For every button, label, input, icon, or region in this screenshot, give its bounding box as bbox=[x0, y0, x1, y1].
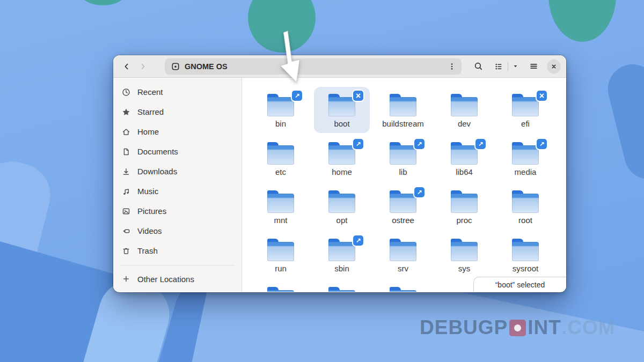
sidebar-item-trash[interactable]: Trash bbox=[116, 241, 238, 261]
folder-name: ostree bbox=[392, 216, 414, 225]
folder-tile-ostree[interactable]: ↗ostree bbox=[375, 183, 431, 230]
folder-tile-efi[interactable]: ×efi bbox=[497, 87, 553, 133]
main-menu-button[interactable] bbox=[525, 58, 541, 75]
home-icon bbox=[122, 128, 130, 136]
folder-tile-cutoff[interactable] bbox=[253, 280, 309, 292]
folder-tile-cutoff[interactable] bbox=[314, 280, 370, 292]
sidebar-item-label: Starred bbox=[137, 107, 164, 116]
list-view-button[interactable] bbox=[491, 58, 507, 75]
folder-tile-mnt[interactable]: mnt bbox=[253, 183, 309, 230]
folder-tile-sysroot[interactable]: sysroot bbox=[497, 232, 553, 278]
folder-tile-opt[interactable]: opt bbox=[314, 183, 370, 230]
folder-tile-lib[interactable]: ↗lib bbox=[375, 135, 431, 181]
close-button[interactable] bbox=[547, 60, 561, 73]
folder-name: media bbox=[515, 167, 537, 176]
annotation-arrow-icon bbox=[274, 29, 305, 86]
header-bar: GNOME OS bbox=[113, 55, 566, 78]
folder-icon bbox=[328, 190, 355, 213]
folder-name: lib64 bbox=[456, 167, 473, 176]
sidebar-item-other-locations[interactable]: Other Locations bbox=[116, 270, 238, 289]
folder-name: sbin bbox=[334, 264, 349, 273]
clock-icon bbox=[122, 88, 130, 97]
folder-name: run bbox=[275, 264, 287, 273]
folder-tile-srv[interactable]: srv bbox=[375, 232, 431, 278]
folder-name: bin bbox=[275, 119, 286, 128]
sidebar-item-videos[interactable]: Videos bbox=[116, 221, 238, 241]
plus-icon bbox=[122, 275, 130, 283]
sidebar-item-label: Videos bbox=[137, 226, 162, 235]
folder-name: buildstream bbox=[382, 119, 424, 128]
folder-tile-bin[interactable]: ↗bin bbox=[253, 87, 309, 133]
folder-icon: × bbox=[512, 94, 539, 116]
folder-tile-media[interactable]: ↗media bbox=[497, 135, 553, 181]
search-button[interactable] bbox=[470, 58, 486, 75]
folder-tile-sys[interactable]: sys bbox=[436, 232, 492, 278]
symlink-emblem-icon: ↗ bbox=[475, 139, 486, 149]
folder-icon bbox=[390, 287, 416, 292]
sidebar-item-label: Music bbox=[137, 187, 158, 196]
folder-icon bbox=[390, 94, 416, 116]
location-label: GNOME OS bbox=[185, 62, 447, 71]
kebab-menu-icon bbox=[448, 62, 456, 71]
star-icon bbox=[122, 108, 130, 116]
folder-tile-dev[interactable]: dev bbox=[436, 87, 492, 133]
folder-name: dev bbox=[458, 119, 471, 128]
folder-icon bbox=[451, 190, 478, 213]
sidebar-item-documents[interactable]: Documents bbox=[116, 142, 238, 161]
folder-tile-proc[interactable]: proc bbox=[436, 183, 492, 230]
search-icon bbox=[474, 62, 483, 71]
watermark-text: .COM bbox=[561, 316, 616, 339]
folder-tile-buildstream[interactable]: buildstream bbox=[375, 87, 431, 133]
folder-tile-sbin[interactable]: ↗sbin bbox=[314, 232, 370, 278]
folder-tile-root[interactable]: root bbox=[497, 183, 553, 230]
drive-icon bbox=[171, 62, 180, 71]
back-button[interactable] bbox=[119, 58, 135, 75]
sidebar-item-pictures[interactable]: Pictures bbox=[116, 201, 238, 221]
sidebar-item-home[interactable]: Home bbox=[116, 122, 238, 142]
folder-icon bbox=[512, 239, 539, 261]
folder-name: etc bbox=[275, 167, 286, 176]
download-icon bbox=[122, 167, 130, 176]
close-icon bbox=[550, 63, 558, 70]
folder-icon: ↗ bbox=[328, 239, 355, 261]
watermark: DEBUGP INT .COM bbox=[420, 316, 616, 339]
folder-tile-lib64[interactable]: ↗lib64 bbox=[436, 135, 492, 181]
folder-name: srv bbox=[398, 264, 408, 273]
folder-icon bbox=[267, 287, 294, 292]
sidebar-item-label: Other Locations bbox=[137, 275, 194, 284]
folder-tile-cutoff[interactable] bbox=[375, 280, 431, 292]
sidebar-item-music[interactable]: Music bbox=[116, 181, 238, 201]
folder-name: opt bbox=[336, 216, 348, 225]
folder-name: proc bbox=[456, 216, 472, 225]
folder-icon bbox=[451, 94, 478, 116]
forward-button[interactable] bbox=[135, 58, 151, 75]
wallpaper-teal-blob bbox=[79, 0, 127, 5]
sidebar: RecentStarredHomeDocumentsDownloadsMusic… bbox=[113, 78, 242, 292]
path-bar[interactable]: GNOME OS bbox=[165, 58, 462, 75]
folder-tile-run[interactable]: run bbox=[253, 232, 309, 278]
folder-icon bbox=[451, 239, 478, 261]
folder-icon: × bbox=[328, 94, 355, 116]
folder-icon: ↗ bbox=[512, 142, 539, 165]
symlink-emblem-icon: ↗ bbox=[353, 235, 363, 246]
folder-tile-home[interactable]: ↗home bbox=[314, 135, 370, 181]
folder-icon: ↗ bbox=[390, 142, 416, 165]
sidebar-item-starred[interactable]: Starred bbox=[116, 102, 238, 122]
watermark-o-logo-icon bbox=[509, 320, 526, 336]
sidebar-item-recent[interactable]: Recent bbox=[116, 82, 238, 102]
selection-status: “boot” selected bbox=[473, 277, 566, 292]
sidebar-item-downloads[interactable]: Downloads bbox=[116, 161, 238, 181]
folder-tile-etc[interactable]: etc bbox=[253, 135, 309, 181]
folder-name: root bbox=[518, 216, 532, 225]
selection-status-text: “boot” selected bbox=[495, 280, 545, 289]
caret-down-icon bbox=[512, 63, 519, 70]
no-access-emblem-icon: × bbox=[537, 91, 547, 101]
view-options-button[interactable] bbox=[509, 58, 521, 75]
folder-tile-boot[interactable]: ×boot bbox=[314, 87, 370, 133]
sidebar-item-label: Documents bbox=[137, 147, 178, 156]
sidebar-item-label: Pictures bbox=[137, 206, 166, 216]
folder-icon bbox=[267, 142, 294, 165]
path-menu-button[interactable] bbox=[447, 58, 457, 75]
list-view-icon bbox=[494, 62, 503, 71]
divider bbox=[508, 62, 508, 71]
